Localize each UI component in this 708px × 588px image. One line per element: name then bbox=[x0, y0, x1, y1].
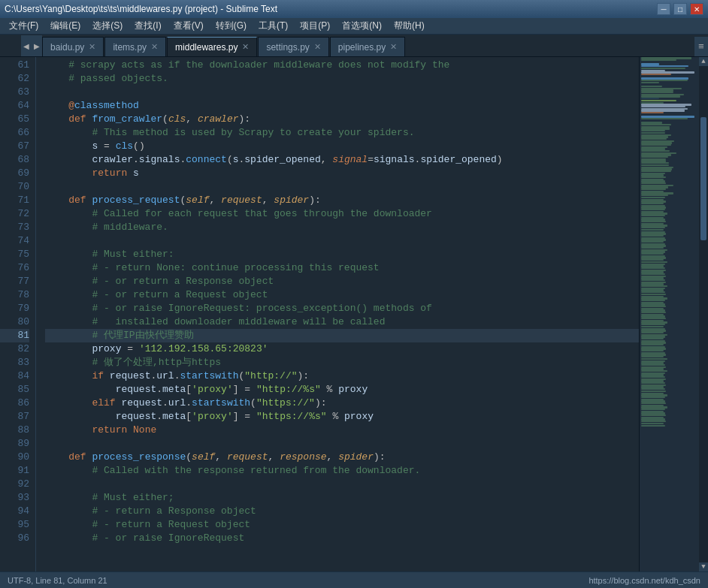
line-num-71: 71 bbox=[0, 194, 29, 207]
menu-tools[interactable]: 工具(T) bbox=[253, 18, 294, 34]
line-num-87: 87 bbox=[0, 410, 29, 424]
code-line-94: # - return a Response object bbox=[45, 505, 639, 518]
tab-pipelines[interactable]: pipelines.py ✕ bbox=[330, 37, 405, 56]
code-line-68: crawler.signals.connect(s.spider_opened,… bbox=[45, 153, 639, 167]
titlebar-title: C:\Users\Yang\Desktop\ts\ts\middlewares.… bbox=[5, 4, 277, 14]
window-controls: ─ □ ✕ bbox=[657, 3, 703, 15]
menu-file[interactable]: 文件(F) bbox=[3, 18, 44, 34]
tab-pipelines-label: pipelines.py bbox=[338, 42, 386, 53]
line-num-86: 86 bbox=[0, 397, 29, 410]
code-line-76: # - return None: continue processing thi… bbox=[45, 261, 639, 275]
line-num-63: 63 bbox=[0, 86, 29, 99]
tab-settings[interactable]: settings.py ✕ bbox=[258, 37, 328, 56]
line-num-61: 61 bbox=[0, 59, 29, 72]
code-line-70 bbox=[45, 180, 639, 194]
statusbar-left: UTF-8, Line 81, Column 21 bbox=[8, 576, 107, 585]
line-num-85: 85 bbox=[0, 383, 29, 397]
tab-middlewares-close[interactable]: ✕ bbox=[242, 42, 249, 52]
code-line-73: # middleware. bbox=[45, 221, 639, 234]
tab-middlewares-label: middlewares.py bbox=[175, 42, 238, 53]
tab-baidu-close[interactable]: ✕ bbox=[89, 42, 95, 52]
menubar: 文件(F) 编辑(E) 选择(S) 查找(I) 查看(V) 转到(G) 工具(T… bbox=[0, 18, 708, 35]
code-line-91: # Called with the response returned from… bbox=[45, 464, 639, 478]
line-num-76: 76 bbox=[0, 261, 29, 275]
line-num-66: 66 bbox=[0, 126, 29, 140]
line-num-68: 68 bbox=[0, 153, 29, 167]
tab-overflow-button[interactable]: ≡ bbox=[694, 37, 708, 56]
scrollbar-thumb[interactable] bbox=[700, 117, 706, 240]
line-num-69: 69 bbox=[0, 167, 29, 180]
minimize-button[interactable]: ─ bbox=[657, 3, 670, 15]
line-num-67: 67 bbox=[0, 140, 29, 153]
tab-prev-button[interactable]: ◀ bbox=[21, 35, 32, 56]
code-line-77: # - or return a Response object bbox=[45, 275, 639, 288]
code-line-75: # Must either: bbox=[45, 248, 639, 261]
tab-items-close[interactable]: ✕ bbox=[151, 42, 158, 52]
tabbar: ◀ ▶ baidu.py ✕ items.py ✕ middlewares.py… bbox=[0, 35, 708, 57]
code-line-84: if request.url.startswith("http://"): bbox=[45, 369, 639, 383]
line-num-82: 82 bbox=[0, 342, 29, 356]
tab-items-label: items.py bbox=[113, 42, 147, 53]
menu-select[interactable]: 选择(S) bbox=[86, 18, 129, 34]
scrollbar-up-arrow[interactable]: ▲ bbox=[699, 57, 708, 66]
line-num-88: 88 bbox=[0, 424, 29, 437]
menu-view[interactable]: 查看(V) bbox=[168, 18, 210, 34]
code-line-79: # - or raise IgnoreRequest: process_exce… bbox=[45, 302, 639, 315]
line-num-77: 77 bbox=[0, 275, 29, 288]
tab-baidu[interactable]: baidu.py ✕ bbox=[42, 37, 104, 56]
code-line-66: # This method is used by Scrapy to creat… bbox=[45, 126, 639, 140]
line-num-74: 74 bbox=[0, 234, 29, 248]
menu-find[interactable]: 查找(I) bbox=[129, 18, 167, 34]
scrollbar-track[interactable] bbox=[700, 68, 706, 561]
code-line-65: def from_crawler(cls, crawler): bbox=[45, 113, 639, 126]
line-num-93: 93 bbox=[0, 491, 29, 505]
line-num-90: 90 bbox=[0, 451, 29, 464]
line-num-78: 78 bbox=[0, 288, 29, 302]
vertical-scrollbar[interactable]: ▲ ▼ bbox=[699, 57, 708, 571]
line-num-73: 73 bbox=[0, 221, 29, 234]
code-line-96: # - or raise IgnoreRequest bbox=[45, 532, 639, 545]
maximize-button[interactable]: □ bbox=[673, 3, 687, 15]
line-num-70: 70 bbox=[0, 180, 29, 194]
line-num-95: 95 bbox=[0, 518, 29, 532]
code-line-93: # Must either; bbox=[45, 491, 639, 505]
line-num-84: 84 bbox=[0, 369, 29, 383]
code-line-88: return None bbox=[45, 424, 639, 437]
line-num-89: 89 bbox=[0, 437, 29, 451]
code-line-72: # Called for each request that goes thro… bbox=[45, 207, 639, 221]
code-line-90: def process_response(self, request, resp… bbox=[45, 451, 639, 464]
line-num-83: 83 bbox=[0, 356, 29, 369]
menu-preferences[interactable]: 首选项(N) bbox=[336, 18, 388, 34]
editor: 61 62 63 64 65 66 67 68 69 70 71 72 73 7… bbox=[0, 57, 708, 571]
menu-goto[interactable]: 转到(G) bbox=[210, 18, 253, 34]
code-line-92 bbox=[45, 478, 639, 491]
titlebar: C:\Users\Yang\Desktop\ts\ts\middlewares.… bbox=[0, 0, 708, 18]
code-line-81: # 代理IP由快代理赞助 bbox=[45, 329, 639, 342]
close-button[interactable]: ✕ bbox=[690, 3, 703, 15]
statusbar-right: https://blog.csdn.net/kdh_csdn bbox=[588, 576, 700, 585]
code-line-71: def process_request(self, request, spide… bbox=[45, 194, 639, 207]
code-line-80: # installed downloader middleware will b… bbox=[45, 315, 639, 329]
tab-items[interactable]: items.py ✕ bbox=[104, 37, 166, 56]
statusbar: UTF-8, Line 81, Column 21 https://blog.c… bbox=[0, 571, 708, 588]
tab-middlewares[interactable]: middlewares.py ✕ bbox=[167, 37, 257, 56]
code-line-69: return s bbox=[45, 167, 639, 180]
code-line-82: proxy = '112.192.158.65:20823' bbox=[45, 342, 639, 356]
menu-help[interactable]: 帮助(H) bbox=[388, 18, 431, 34]
code-line-85: request.meta['proxy'] = "http://%s" % pr… bbox=[45, 383, 639, 397]
tab-next-button[interactable]: ▶ bbox=[32, 35, 42, 56]
code-area[interactable]: # scrapy acts as if the downloader middl… bbox=[36, 57, 639, 571]
line-num-91: 91 bbox=[0, 464, 29, 478]
code-line-78: # - or return a Request object bbox=[45, 288, 639, 302]
tab-pipelines-close[interactable]: ✕ bbox=[390, 42, 397, 52]
code-line-89 bbox=[45, 437, 639, 451]
code-line-87: request.meta['proxy'] = "https://%s" % p… bbox=[45, 410, 639, 424]
line-numbers: 61 62 63 64 65 66 67 68 69 70 71 72 73 7… bbox=[0, 57, 36, 571]
scrollbar-down-arrow[interactable]: ▼ bbox=[699, 562, 708, 571]
line-num-75: 75 bbox=[0, 248, 29, 261]
code-line-62: # passed objects. bbox=[45, 72, 639, 86]
code-line-74 bbox=[45, 234, 639, 248]
menu-project[interactable]: 项目(P) bbox=[294, 18, 336, 34]
tab-settings-close[interactable]: ✕ bbox=[314, 42, 321, 52]
menu-edit[interactable]: 编辑(E) bbox=[44, 18, 86, 34]
